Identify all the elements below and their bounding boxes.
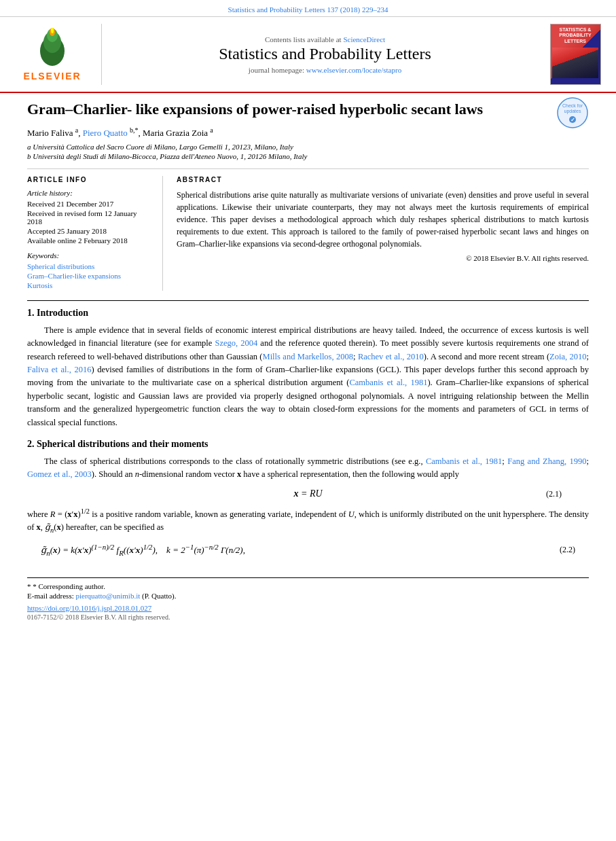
cover-image: STATISTICS &PROBABILITYLETTERS — [550, 24, 601, 85]
author-piero-link[interactable]: Piero Quatto — [83, 128, 128, 138]
ref-gomez[interactable]: Gomez et al., 2003 — [27, 469, 92, 479]
accepted-date: Accepted 25 January 2018 — [27, 227, 152, 235]
journal-title: Statistics and Probability Letters — [219, 45, 431, 63]
abstract-column: Abstract Spherical distributions arise q… — [177, 176, 589, 291]
section-2-heading: Spherical distributions and their moment… — [37, 439, 209, 449]
email-link[interactable]: pierquatto@unimib.it — [75, 592, 140, 600]
section-divider-1 — [27, 300, 589, 301]
section-2-title: 2. Spherical distributions and their mom… — [27, 439, 589, 450]
ref-rachev[interactable]: Rachev et al., 2010 — [358, 352, 424, 361]
ref-szego[interactable]: Szego, 2004 — [215, 338, 257, 348]
equation-2-1-row: x = RU (2.1) — [54, 488, 562, 499]
copyright-line: © 2018 Elsevier B.V. All rights reserved… — [177, 254, 589, 262]
section-1-heading: Introduction — [37, 308, 88, 318]
section-1-title: 1. Introduction — [27, 308, 589, 319]
keyword-spherical[interactable]: Spherical distributions — [27, 262, 152, 270]
email-line: E-mail address: pierquatto@unimib.it (P.… — [27, 592, 589, 600]
received-date: Received 21 December 2017 — [27, 200, 152, 208]
footnote-section: * * Corresponding author. E-mail address… — [27, 577, 589, 621]
article-info-column: Article Info Article history: Received 2… — [27, 176, 163, 291]
keywords-label: Keywords: — [27, 251, 152, 260]
email-label: E-mail address: — [27, 592, 74, 600]
check-for-updates-badge: Check for updates ✓ — [556, 96, 589, 129]
journal-info-center: Contents lists available at ScienceDirec… — [109, 24, 541, 85]
affiliation-b: b Università degli Studi di Milano-Bicoc… — [27, 152, 589, 160]
ref-cambanis[interactable]: Cambanis et al., 1981 — [349, 378, 427, 387]
ref-fang[interactable]: Fang and Zhang, 1990 — [507, 457, 586, 466]
issn-line: 0167-7152/© 2018 Elsevier B.V. All right… — [27, 613, 589, 621]
abstract-text: Spherical distributions arise quite natu… — [177, 189, 589, 250]
elsevier-tree-icon — [25, 27, 79, 68]
corresponding-star: * — [27, 582, 33, 590]
corresponding-author-note: * * Corresponding author. — [27, 582, 589, 590]
affiliations: a Università Cattolica del Sacro Cuore d… — [27, 143, 589, 160]
author-maria: Maria Grazia Zoia a — [143, 128, 213, 138]
revised-date: Received in revised form 12 January 2018 — [27, 209, 152, 226]
history-label: Article history: — [27, 189, 152, 197]
homepage-label: journal homepage: — [249, 66, 304, 74]
article-info-heading: Article Info — [27, 176, 152, 183]
section-1-number: 1. — [27, 308, 35, 318]
affiliation-a: a Università Cattolica del Sacro Cuore d… — [27, 143, 589, 151]
paper-title: Gram–Charlier- like expansions of power-… — [27, 100, 589, 120]
author-piero-affil: b,*, — [130, 128, 143, 138]
eq-number-2-2: (2.2) — [560, 545, 575, 554]
journal-cover: STATISTICS &PROBABILITYLETTERS — [548, 24, 602, 85]
ref-mills[interactable]: Mills and Markellos, 2008 — [263, 352, 353, 361]
intro-paragraph: There is ample evidence that in several … — [27, 324, 589, 429]
abstract-heading: Abstract — [177, 176, 589, 183]
keyword-kurtosis[interactable]: Kurtosis — [27, 281, 152, 289]
equation-2-2-row: g̃n(x) = k(x′x)(1−n)/2 fR((x′x)1/2), k =… — [41, 543, 575, 557]
svg-text:Check for: Check for — [562, 103, 583, 108]
ref-cambanis2[interactable]: Cambanis et al., 1981 — [426, 457, 502, 466]
doi-link[interactable]: https://doi.org/10.1016/j.jspl.2018.01.0… — [27, 604, 589, 612]
ref-zoia[interactable]: Zoia, 2010 — [549, 352, 586, 361]
contents-available-line: Contents lists available at ScienceDirec… — [265, 35, 385, 43]
sciencedirect-link[interactable]: ScienceDirect — [343, 35, 385, 43]
cover-title: STATISTICS &PROBABILITYLETTERS — [559, 27, 591, 44]
author-mario: Mario Faliva a, — [27, 128, 83, 138]
elsevier-wordmark: ELSEVIER — [23, 71, 81, 82]
sec2-paragraph: The class of spherical distributions cor… — [27, 455, 589, 482]
journal-citation-text: Statistics and Probability Letters 137 (… — [228, 5, 388, 14]
journal-header: ELSEVIER Contents lists available at Sci… — [0, 17, 616, 93]
svg-text:updates: updates — [564, 109, 581, 114]
contents-label: Contents lists available at — [265, 35, 342, 43]
svg-point-5 — [51, 28, 54, 33]
homepage-link[interactable]: www.elsevier.com/locate/stapro — [306, 66, 401, 74]
article-page: Check for updates ✓ Gram–Charlier- like … — [0, 93, 616, 634]
keyword-gramcharlier[interactable]: Gram–Charlier-like expansions — [27, 272, 152, 280]
ref-faliva[interactable]: Faliva et al., 2016 — [27, 365, 91, 374]
keywords-section: Keywords: Spherical distributions Gram–C… — [27, 251, 152, 289]
section-2-number: 2. — [27, 439, 35, 449]
online-date: Available online 2 February 2018 — [27, 236, 152, 245]
email-person: (P. Quatto). — [142, 592, 176, 600]
elsevier-logo: ELSEVIER — [14, 24, 102, 85]
homepage-line: journal homepage: www.elsevier.com/locat… — [249, 66, 401, 74]
journal-citation-bar: Statistics and Probability Letters 137 (… — [0, 0, 616, 17]
corresponding-label: * Corresponding author. — [33, 582, 105, 590]
equation-2-2: g̃n(x) = k(x′x)(1−n)/2 fR((x′x)1/2), k =… — [41, 543, 245, 557]
eq1-explanation: where R = (x′x)1/2 is a positive random … — [27, 506, 589, 536]
svg-text:✓: ✓ — [570, 117, 575, 123]
authors-line: Mario Faliva a, Piero Quatto b,*, Maria … — [27, 126, 589, 139]
info-abstract-columns: Article Info Article history: Received 2… — [27, 168, 589, 291]
eq-number-2-1: (2.1) — [546, 489, 562, 499]
equation-2-1: x = RU — [293, 488, 322, 499]
